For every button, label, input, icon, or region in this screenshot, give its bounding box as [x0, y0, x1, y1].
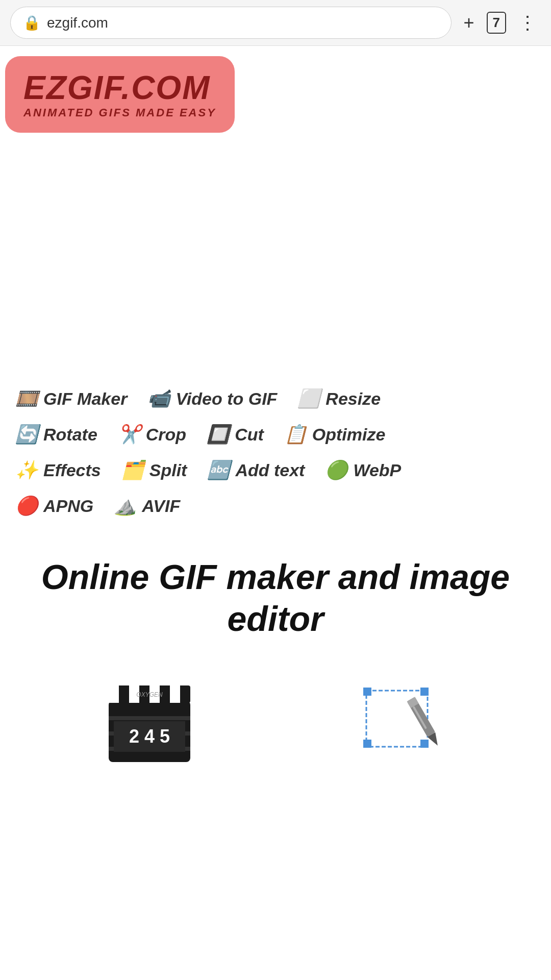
url-text: ezgif.com: [47, 15, 108, 31]
nav-row-1: 🎞️ GIF Maker 📹 Video to GIF ⬜ Resize: [15, 388, 536, 409]
avif-label: AVIF: [142, 496, 180, 516]
nav-webp[interactable]: 🟢 WebP: [325, 459, 401, 481]
page-heading: Online GIF maker and image editor: [0, 536, 551, 650]
menu-button[interactable]: ⋮: [514, 8, 541, 38]
address-bar[interactable]: 🔒 ezgif.com: [10, 7, 452, 39]
tab-count[interactable]: 7: [487, 12, 506, 34]
video-to-gif-label: Video to GIF: [176, 389, 277, 409]
nav-apng[interactable]: 🔴 APNG: [15, 495, 93, 517]
webp-label: WebP: [353, 460, 401, 480]
svg-rect-15: [420, 688, 429, 696]
gif-maker-label: GIF Maker: [43, 389, 127, 409]
nav-video-to-gif[interactable]: 📹 Video to GIF: [147, 388, 277, 409]
nav-avif[interactable]: ⛰️ AVIF: [114, 495, 180, 517]
feature-icons: 2 4 5 OXYGEN: [0, 650, 551, 793]
site-logo: EZGIF.COM ANIMATED GIFS MADE EASY: [5, 56, 235, 133]
svg-text:2 4 5: 2 4 5: [129, 726, 169, 747]
editor-image: [351, 670, 453, 772]
nav-row-4: 🔴 APNG ⛰️ AVIF: [15, 495, 536, 517]
new-tab-button[interactable]: +: [460, 8, 479, 38]
logo-title: EZGIF.COM: [23, 71, 216, 104]
effects-label: Effects: [43, 460, 101, 480]
logo-subtitle: ANIMATED GIFS MADE EASY: [23, 106, 216, 119]
page-title: Online GIF maker and image editor: [31, 556, 520, 640]
nav-split[interactable]: 🗂️ Split: [121, 459, 187, 481]
resize-icon: ⬜: [297, 388, 320, 409]
effects-icon: ✨: [15, 459, 38, 481]
svg-rect-8: [109, 685, 119, 703]
nav-crop[interactable]: ✂️ Crop: [118, 424, 186, 445]
ad-space: [0, 133, 551, 378]
nav-row-3: ✨ Effects 🗂️ Split 🔤 Add text 🟢 WebP: [15, 459, 536, 481]
resize-label: Resize: [325, 389, 381, 409]
add-text-icon: 🔤: [207, 459, 230, 481]
video-to-gif-icon: 📹: [147, 388, 170, 409]
split-label: Split: [149, 460, 187, 480]
nav-optimize[interactable]: 📋 Optimize: [284, 424, 386, 445]
nav-gif-maker[interactable]: 🎞️ GIF Maker: [15, 388, 127, 409]
svg-rect-14: [363, 688, 371, 696]
clapper-image: 2 4 5 OXYGEN: [98, 670, 201, 772]
optimize-label: Optimize: [312, 425, 386, 445]
gif-maker-icon: 🎞️: [15, 388, 38, 409]
apng-icon: 🔴: [15, 495, 38, 517]
crop-label: Crop: [146, 425, 186, 445]
cut-icon: 🔲: [207, 424, 230, 445]
nav-add-text[interactable]: 🔤 Add text: [207, 459, 305, 481]
avif-icon: ⛰️: [114, 495, 137, 517]
nav-resize[interactable]: ⬜ Resize: [297, 388, 381, 409]
nav-row-2: 🔄 Rotate ✂️ Crop 🔲 Cut 📋 Optimize: [15, 424, 536, 445]
svg-rect-17: [420, 740, 429, 748]
rotate-label: Rotate: [43, 425, 97, 445]
nav-links: 🎞️ GIF Maker 📹 Video to GIF ⬜ Resize 🔄 R…: [0, 378, 551, 536]
svg-rect-11: [170, 685, 180, 703]
optimize-icon: 📋: [284, 424, 307, 445]
rotate-icon: 🔄: [15, 424, 38, 445]
svg-text:OXYGEN: OXYGEN: [136, 691, 163, 698]
lock-icon: 🔒: [23, 14, 41, 31]
nav-effects[interactable]: ✨ Effects: [15, 459, 101, 481]
svg-rect-1: [109, 716, 190, 720]
crop-icon: ✂️: [118, 424, 141, 445]
nav-cut[interactable]: 🔲 Cut: [207, 424, 264, 445]
nav-rotate[interactable]: 🔄 Rotate: [15, 424, 97, 445]
add-text-label: Add text: [235, 460, 305, 480]
apng-label: APNG: [43, 496, 93, 516]
feature-resize[interactable]: [283, 670, 520, 772]
browser-bar: 🔒 ezgif.com + 7 ⋮: [0, 0, 551, 46]
feature-video-gif[interactable]: 2 4 5 OXYGEN: [31, 670, 268, 772]
svg-rect-16: [363, 740, 371, 748]
split-icon: 🗂️: [121, 459, 144, 481]
webp-icon: 🟢: [325, 459, 348, 481]
cut-label: Cut: [235, 425, 264, 445]
